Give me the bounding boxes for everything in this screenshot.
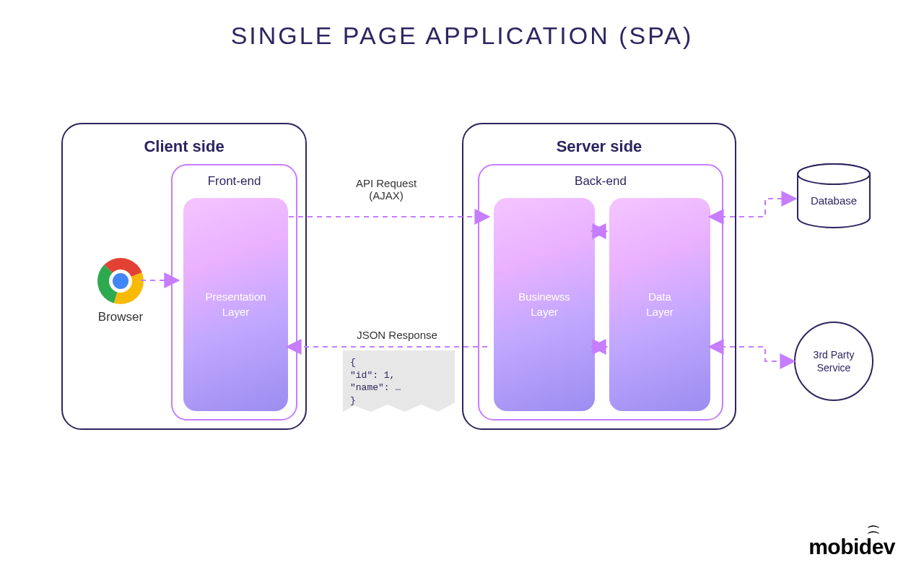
server-panel-title: Server side xyxy=(463,137,735,156)
database-label: Database xyxy=(790,194,877,207)
json-line-4: } xyxy=(350,394,448,407)
json-line-2: "id": 1, xyxy=(350,369,448,382)
presentation-layer-box: Presentation Layer xyxy=(183,198,288,411)
api-request-line1: API Request xyxy=(328,177,444,189)
server-panel: Server side Back-end Businewss Layer Dat… xyxy=(462,123,736,430)
client-panel: Client side Front-end Presentation Layer… xyxy=(61,123,307,430)
json-line-1: { xyxy=(350,356,448,369)
data-layer-line1: Data xyxy=(609,290,710,304)
json-response-label: JSON Response xyxy=(339,329,455,341)
business-layer-line2: Layer xyxy=(494,305,595,319)
browser-label: Browser xyxy=(88,310,153,324)
browser-block: Browser xyxy=(88,258,153,324)
svg-point-1 xyxy=(798,164,870,184)
backend-title: Back-end xyxy=(479,174,722,189)
client-panel-title: Client side xyxy=(63,137,305,156)
api-request-line2: (AJAX) xyxy=(328,189,444,202)
frontend-title: Front-end xyxy=(173,174,296,189)
business-layer-line1: Businewss xyxy=(494,290,595,304)
api-request-label: API Request (AJAX) xyxy=(328,177,444,202)
frontend-frame: Front-end Presentation Layer xyxy=(171,164,297,420)
database-node: Database xyxy=(790,163,877,235)
json-line-3: "name": … xyxy=(350,381,448,394)
json-snippet: { "id": 1, "name": … } xyxy=(343,350,455,412)
business-layer-box: Businewss Layer xyxy=(494,198,595,411)
tps-line2: Service xyxy=(814,361,855,374)
data-layer-line2: Layer xyxy=(609,305,710,319)
brand-text: mobidev xyxy=(808,535,895,558)
presentation-layer-line2: Layer xyxy=(183,305,288,319)
data-layer-box: Data Layer xyxy=(609,198,710,411)
mobidev-logo: ⌒⌒ mobidev xyxy=(808,535,895,559)
backend-frame: Back-end Businewss Layer Data Layer xyxy=(478,164,723,420)
third-party-service-node: 3rd Party Service xyxy=(794,322,873,401)
presentation-layer-line1: Presentation xyxy=(183,290,288,304)
tps-line1: 3rd Party xyxy=(814,348,855,361)
diagram-title: SINGLE PAGE APPLICATION (SPA) xyxy=(0,22,924,50)
chrome-icon xyxy=(97,258,144,304)
wifi-icon: ⌒⌒ xyxy=(867,529,880,540)
